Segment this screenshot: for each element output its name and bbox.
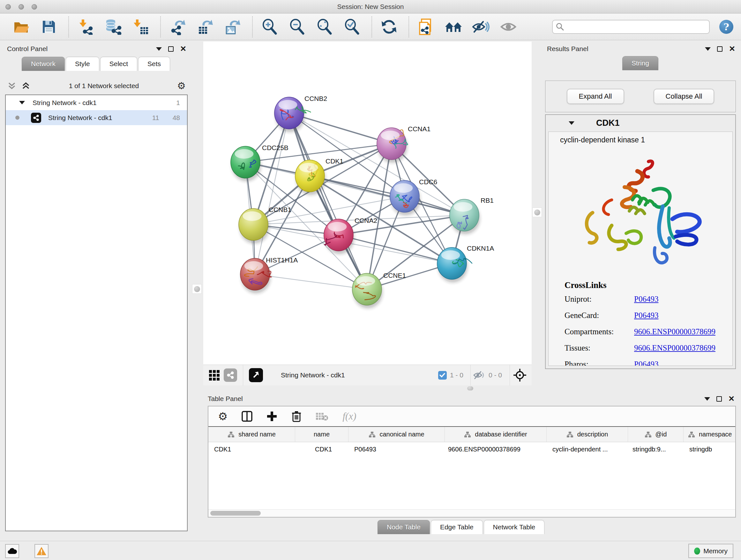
zoom-out-button[interactable] xyxy=(287,17,307,37)
network-row[interactable]: String Network - cdk1 11 48 xyxy=(6,110,187,125)
show-hidden-button[interactable] xyxy=(498,17,518,37)
cell-database-identifier[interactable]: 9606.ENSP00000378699 xyxy=(445,442,547,456)
import-network-from-database-button[interactable] xyxy=(104,17,123,37)
search-input[interactable] xyxy=(552,20,710,34)
network-share-icon[interactable] xyxy=(224,368,237,382)
panel-maximize-icon[interactable] xyxy=(717,396,722,401)
expand-all-icon[interactable] xyxy=(21,82,30,90)
left-splitter-handle[interactable] xyxy=(192,284,202,294)
table-row[interactable]: CDK1 CDK1 P06493 9606.ENSP00000378699 cy… xyxy=(208,442,735,456)
zoom-selected-button[interactable] xyxy=(342,17,362,37)
expand-all-button[interactable]: Expand All xyxy=(567,89,624,104)
export-network-button[interactable] xyxy=(168,17,188,37)
open-session-button[interactable] xyxy=(11,17,31,37)
network-node-CDC6[interactable]: CDC6 xyxy=(390,178,437,215)
column-header-description[interactable]: description xyxy=(547,427,628,442)
cell-description[interactable]: cyclin-dependent ... xyxy=(547,442,628,456)
network-collection-row[interactable]: String Network - cdk1 1 xyxy=(6,95,187,110)
horizontal-splitter-handle[interactable] xyxy=(467,386,473,390)
collapse-all-icon[interactable] xyxy=(7,82,17,90)
column-header-shared-name[interactable]: shared name xyxy=(208,427,295,442)
panel-float-icon[interactable] xyxy=(705,47,711,51)
panel-maximize-icon[interactable] xyxy=(168,46,174,52)
network-edge-CCNB2-HIST1H1A[interactable] xyxy=(255,113,289,274)
zoom-fit-button[interactable] xyxy=(315,17,334,37)
network-node-CCNB2[interactable]: CCNB2 xyxy=(274,95,327,132)
column-header-name[interactable]: name xyxy=(295,427,348,442)
grid-view-icon[interactable] xyxy=(208,369,220,381)
tab-style[interactable]: Style xyxy=(66,57,99,71)
network-node-CDKN1A[interactable]: CDKN1A xyxy=(437,245,494,283)
import-network-button[interactable] xyxy=(76,17,96,37)
scrollbar-thumb[interactable] xyxy=(210,511,261,516)
tab-network-table[interactable]: Network Table xyxy=(484,520,545,534)
network-node-HIST1H1A[interactable]: HIST1H1A xyxy=(240,256,298,294)
network-node-label-CCNB2: CCNB2 xyxy=(305,95,327,102)
new-network-from-selection-button[interactable] xyxy=(416,17,436,37)
apply-layout-button[interactable] xyxy=(379,17,399,37)
tab-network[interactable]: Network xyxy=(22,57,65,71)
crosslink-link[interactable]: P06493 xyxy=(634,311,658,320)
panel-close-icon[interactable]: ✕ xyxy=(180,45,186,53)
database-icon xyxy=(105,19,122,35)
table-horizontal-scrollbar[interactable] xyxy=(208,509,735,517)
panel-close-icon[interactable]: ✕ xyxy=(728,395,735,402)
memory-button[interactable]: Memory xyxy=(688,544,733,558)
network-canvas[interactable]: CCNB2CCNA1CDC25BCDK1CDC6RB1CCNB1CCNA2CDK… xyxy=(203,42,532,365)
houses-button[interactable] xyxy=(444,17,463,37)
panel-close-icon[interactable]: ✕ xyxy=(729,45,735,53)
detach-view-icon[interactable] xyxy=(249,368,263,382)
network-node-CDC25B[interactable]: CDC25B xyxy=(231,144,288,181)
zoom-in-button[interactable] xyxy=(260,17,280,37)
column-header-database-identifier[interactable]: database identifier xyxy=(445,427,547,442)
export-image-button[interactable] xyxy=(223,17,243,37)
network-node-CCNA1[interactable]: CCNA1 xyxy=(377,125,430,163)
column-header-canonical-name[interactable]: canonical name xyxy=(348,427,445,442)
network-node-CCNA2[interactable]: CCNA2 xyxy=(324,217,377,254)
panel-maximize-icon[interactable] xyxy=(717,46,723,52)
selected-count-checkbox-icon[interactable] xyxy=(438,371,447,380)
birdseye-toggle-icon[interactable] xyxy=(513,368,527,382)
export-table-button[interactable] xyxy=(195,17,215,37)
tab-edge-table[interactable]: Edge Table xyxy=(431,520,483,534)
crosslink-link[interactable]: P06493 xyxy=(634,360,658,366)
network-node-RB1[interactable]: RB1 xyxy=(450,197,494,234)
collection-expand-icon[interactable] xyxy=(19,101,25,105)
hide-selected-button[interactable] xyxy=(471,17,491,37)
cell-name[interactable]: CDK1 xyxy=(295,442,348,456)
show-columns-icon[interactable] xyxy=(242,411,253,422)
cell-shared-name[interactable]: CDK1 xyxy=(208,442,295,456)
tab-string[interactable]: String xyxy=(622,56,658,70)
warnings-button[interactable] xyxy=(35,544,49,558)
import-table-button[interactable] xyxy=(131,17,151,37)
table-settings-gear-icon[interactable]: ⚙ xyxy=(218,411,227,422)
control-panel-title: Control Panel xyxy=(7,45,48,53)
network-node-CCNE1[interactable]: CCNE1 xyxy=(352,272,406,308)
collapse-entry-icon[interactable] xyxy=(569,121,575,125)
network-edge-CCNB2-CCNE1[interactable] xyxy=(289,113,367,289)
tab-sets[interactable]: Sets xyxy=(138,57,170,71)
tab-select[interactable]: Select xyxy=(100,57,137,71)
help-button[interactable]: ? xyxy=(719,20,733,34)
network-node-CCNB1[interactable]: CCNB1 xyxy=(239,206,291,244)
add-column-icon[interactable] xyxy=(266,411,277,422)
column-header-namespace[interactable]: namespace xyxy=(684,427,735,442)
crosslink-link[interactable]: P06493 xyxy=(634,295,658,304)
panel-float-icon[interactable] xyxy=(156,47,162,51)
crosslink-link[interactable]: 9606.ENSP00000378699 xyxy=(634,327,716,336)
crosslink-link[interactable]: 9606.ENSP00000378699 xyxy=(634,344,716,353)
panel-float-icon[interactable] xyxy=(704,397,710,401)
cell-at-id[interactable]: stringdb:9... xyxy=(628,442,684,456)
cloud-button[interactable] xyxy=(5,544,19,558)
tab-node-table[interactable]: Node Table xyxy=(378,520,430,534)
delete-column-icon[interactable] xyxy=(291,411,301,422)
column-header-at-id[interactable]: @id xyxy=(628,427,684,442)
gear-icon[interactable]: ⚙ xyxy=(177,81,186,91)
collapse-all-button[interactable]: Collapse All xyxy=(654,89,715,104)
node-result-header[interactable]: CDK1 xyxy=(546,115,735,131)
cell-namespace[interactable]: stringdb xyxy=(684,442,735,456)
right-splitter-handle[interactable] xyxy=(532,207,542,217)
save-session-button[interactable] xyxy=(39,17,59,37)
network-edge-HIST1H1A-CCNE1[interactable] xyxy=(255,274,367,289)
cell-canonical-name[interactable]: P06493 xyxy=(348,442,445,456)
